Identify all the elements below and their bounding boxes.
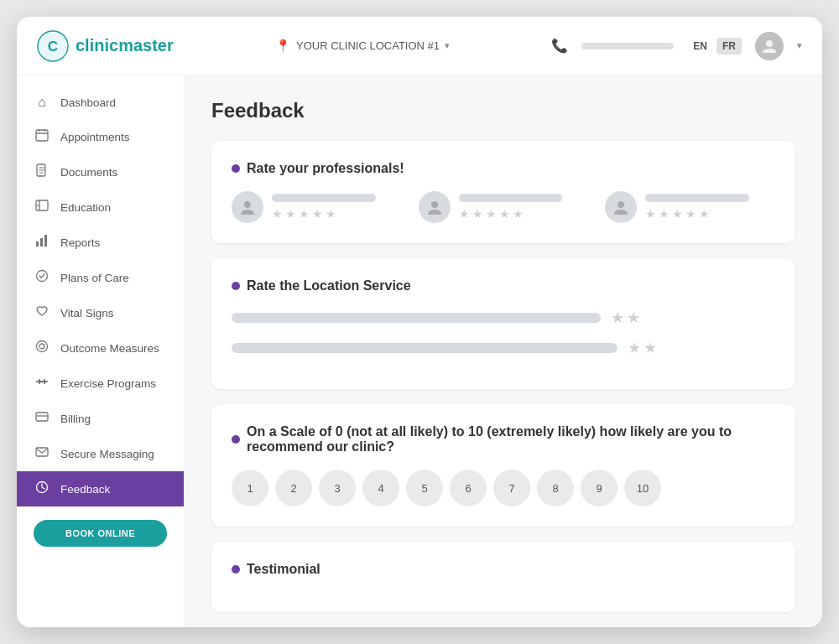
svg-point-16 xyxy=(39,344,44,349)
reports-icon xyxy=(34,234,50,251)
sidebar-item-secure-messaging[interactable]: Secure Messaging xyxy=(17,436,184,471)
testimonial-card: Testimonial xyxy=(211,542,795,612)
sidebar-item-vital-signs[interactable]: Vital Signs xyxy=(17,295,184,330)
sidebar-item-appointments[interactable]: Appointments xyxy=(17,119,184,154)
sidebar-item-exercise-programs[interactable]: Exercise Programs xyxy=(17,366,184,401)
user-chevron-icon[interactable]: ▾ xyxy=(797,40,802,51)
star-5[interactable]: ★ xyxy=(699,207,710,221)
sidebar-item-feedback[interactable]: Feedback xyxy=(17,471,184,506)
star-2[interactable]: ★ xyxy=(472,207,483,221)
book-online-button[interactable]: BOOK ONLINE xyxy=(34,520,167,547)
scale-btn-4[interactable]: 4 xyxy=(362,470,399,506)
sidebar-item-documents[interactable]: Documents xyxy=(17,154,184,190)
prof-info-1: ★ ★ ★ ★ ★ xyxy=(272,194,402,221)
page-title: Feedback xyxy=(211,99,795,122)
sidebar-item-reports[interactable]: Reports xyxy=(17,225,184,260)
professional-item-2: ★ ★ ★ ★ ★ xyxy=(419,191,589,223)
location-row-2: ★ ★ xyxy=(232,339,775,357)
star-3[interactable]: ★ xyxy=(672,207,683,221)
scale-btn-7[interactable]: 7 xyxy=(493,470,530,506)
scale-btn-2[interactable]: 2 xyxy=(275,470,312,506)
exercise-programs-icon xyxy=(34,375,50,392)
svg-point-14 xyxy=(37,271,48,282)
documents-icon xyxy=(34,164,50,180)
scale-btn-10[interactable]: 10 xyxy=(624,470,661,506)
svg-rect-13 xyxy=(44,235,47,247)
sidebar-item-label: Exercise Programs xyxy=(60,377,156,390)
scale-btn-9[interactable]: 9 xyxy=(581,470,618,506)
outcome-measures-icon xyxy=(34,340,50,356)
location-stars-1[interactable]: ★ ★ xyxy=(611,309,640,327)
star-2[interactable]: ★ xyxy=(659,207,670,221)
star-lg-3[interactable]: ★ xyxy=(628,339,641,357)
location-chevron-icon: ▾ xyxy=(445,40,450,51)
rate-professionals-card: Rate your professionals! ★ ★ xyxy=(211,141,795,243)
scale-row: 1 2 3 4 5 6 7 8 9 10 xyxy=(232,470,775,506)
sidebar-item-dashboard[interactable]: ⌂ Dashboard xyxy=(17,86,184,119)
sidebar-item-label: Feedback xyxy=(60,483,110,496)
svg-point-2 xyxy=(766,40,773,47)
rate-professionals-heading: Rate your professionals! xyxy=(232,161,775,176)
professional-item-1: ★ ★ ★ ★ ★ xyxy=(232,191,402,223)
stars-row-1[interactable]: ★ ★ ★ ★ ★ xyxy=(272,207,402,221)
star-3[interactable]: ★ xyxy=(486,207,497,221)
rate-location-heading: Rate the Location Service xyxy=(232,278,775,293)
star-4[interactable]: ★ xyxy=(685,207,696,221)
svg-point-26 xyxy=(618,201,624,208)
prof-name-bar xyxy=(272,194,376,202)
recommend-scale-label: On a Scale of 0 (not at all likely) to 1… xyxy=(247,424,775,454)
star-1[interactable]: ★ xyxy=(272,207,283,221)
lang-fr-button[interactable]: FR xyxy=(717,38,742,55)
scale-btn-8[interactable]: 8 xyxy=(537,470,574,506)
star-lg-4[interactable]: ★ xyxy=(644,339,657,357)
star-5[interactable]: ★ xyxy=(513,207,524,221)
scale-btn-1[interactable]: 1 xyxy=(232,470,268,506)
stars-row-2[interactable]: ★ ★ ★ ★ ★ xyxy=(459,207,589,221)
billing-icon xyxy=(34,410,50,427)
dashboard-icon: ⌂ xyxy=(34,95,50,110)
professional-item-3: ★ ★ ★ ★ ★ xyxy=(605,191,775,223)
testimonial-label: Testimonial xyxy=(247,562,320,577)
location-selector[interactable]: 📍 YOUR CLINIC LOCATION #1 ▾ xyxy=(275,39,450,54)
svg-point-15 xyxy=(37,341,48,352)
scale-btn-6[interactable]: 6 xyxy=(450,470,487,506)
logo: C clinicmaster xyxy=(37,30,174,62)
location-service-bar-2 xyxy=(232,343,618,353)
sidebar: ⌂ Dashboard Appointments Documents Educ xyxy=(17,75,185,627)
stars-row-3[interactable]: ★ ★ ★ ★ ★ xyxy=(645,207,775,221)
sidebar-item-label: Vital Signs xyxy=(60,307,114,319)
professionals-row: ★ ★ ★ ★ ★ xyxy=(232,191,775,223)
svg-rect-12 xyxy=(40,238,43,247)
star-1[interactable]: ★ xyxy=(645,207,656,221)
svg-rect-22 xyxy=(36,448,48,456)
sidebar-item-billing[interactable]: Billing xyxy=(17,401,184,436)
rate-location-label: Rate the Location Service xyxy=(247,278,411,293)
location-stars-2[interactable]: ★ ★ xyxy=(628,339,657,357)
plans-of-care-icon xyxy=(34,269,50,286)
location-pin-icon: 📍 xyxy=(275,39,291,54)
star-lg-2[interactable]: ★ xyxy=(627,309,640,327)
recommend-scale-heading: On a Scale of 0 (not at all likely) to 1… xyxy=(232,424,775,454)
star-2[interactable]: ★ xyxy=(285,207,296,221)
sidebar-item-label: Billing xyxy=(60,413,91,425)
sidebar-item-label: Education xyxy=(60,201,111,214)
star-4[interactable]: ★ xyxy=(312,207,323,221)
sidebar-item-label: Documents xyxy=(60,166,117,179)
star-1[interactable]: ★ xyxy=(459,207,470,221)
sidebar-item-plans-of-care[interactable]: Plans of Care xyxy=(17,260,184,295)
sidebar-item-label: Secure Messaging xyxy=(60,448,154,460)
star-3[interactable]: ★ xyxy=(299,207,310,221)
scale-btn-5[interactable]: 5 xyxy=(406,470,443,506)
star-lg-1[interactable]: ★ xyxy=(611,309,624,327)
svg-point-25 xyxy=(431,201,438,208)
scale-btn-3[interactable]: 3 xyxy=(319,470,356,506)
main-layout: ⌂ Dashboard Appointments Documents Educ xyxy=(17,75,822,627)
sidebar-item-outcome-measures[interactable]: Outcome Measures xyxy=(17,330,184,366)
star-4[interactable]: ★ xyxy=(499,207,510,221)
sidebar-item-education[interactable]: Education xyxy=(17,190,184,225)
star-5[interactable]: ★ xyxy=(326,207,336,221)
lang-en-button[interactable]: EN xyxy=(687,38,713,55)
sidebar-item-label: Outcome Measures xyxy=(60,342,159,355)
main-content: Feedback Rate your professionals! xyxy=(185,75,822,627)
rate-location-card: Rate the Location Service ★ ★ ★ ★ xyxy=(211,258,795,389)
